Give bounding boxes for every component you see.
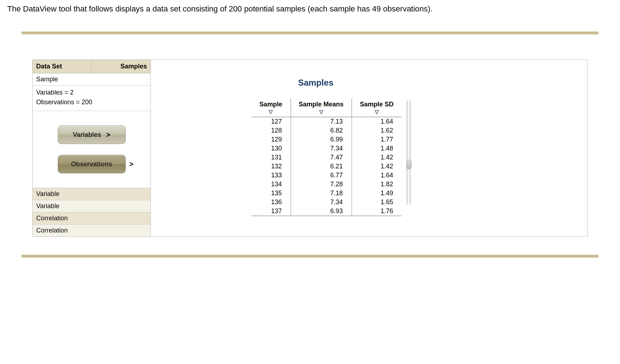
sample-label: Sample (33, 73, 151, 86)
table-row[interactable]: 1307.341.48 (251, 144, 402, 153)
chevron-right-icon: > (129, 160, 134, 168)
panel-title: Samples (244, 78, 387, 88)
cell-sd: 1.64 (352, 171, 402, 180)
info-block: Variables = 2 Observations = 200 (33, 86, 151, 111)
cell-sample: 134 (251, 180, 291, 189)
cell-mean: 7.34 (291, 198, 352, 207)
observations-button[interactable]: Observations (58, 155, 126, 173)
table-row[interactable]: 1277.131.64 (251, 117, 402, 126)
tab-samples[interactable]: Samples (92, 60, 151, 73)
cell-sample: 129 (251, 135, 291, 144)
samples-table-wrap: Sample ▽ Sample Means ▽ Sample SD ▽ (251, 99, 573, 216)
table-row[interactable]: 1347.281.82 (251, 180, 402, 189)
table-scrollbar[interactable] (407, 101, 410, 205)
col-header-sd[interactable]: Sample SD ▽ (352, 99, 402, 117)
list-item[interactable]: Correlation (33, 212, 151, 224)
main-panel: Samples Sample ▽ Sample Means ▽ (151, 60, 587, 236)
sidebar-bottom-list: Variable Variable Correlation Correlatio… (33, 188, 151, 236)
cell-sd: 1.48 (352, 144, 402, 153)
observations-button-label: Observations (71, 161, 112, 168)
table-row[interactable]: 1286.821.62 (251, 126, 402, 135)
cell-sample: 136 (251, 198, 291, 207)
variables-button-label: Variables (73, 131, 101, 139)
observations-count: Observations = 200 (36, 97, 147, 107)
col-header-sample[interactable]: Sample ▽ (251, 99, 291, 117)
table-row[interactable]: 1296.991.77 (251, 135, 402, 144)
table-row[interactable]: 1317.471.42 (251, 153, 402, 162)
sort-down-icon: ▽ (298, 109, 344, 115)
list-item[interactable]: Variable (33, 200, 151, 212)
cell-sd: 1.77 (352, 135, 402, 144)
table-row[interactable]: 1376.931.76 (251, 207, 402, 216)
divider-bottom (22, 255, 598, 258)
table-row[interactable]: 1357.181.49 (251, 189, 402, 198)
cell-mean: 7.18 (291, 189, 352, 198)
cell-mean: 7.13 (291, 117, 352, 126)
cell-sample: 137 (251, 207, 291, 216)
chevron-right-icon: > (106, 131, 110, 139)
cell-sd: 1.76 (352, 207, 402, 216)
sidebar: Data Set Samples Sample Variables = 2 Ob… (33, 60, 151, 236)
cell-sd: 1.49 (352, 189, 402, 198)
scroll-thumb[interactable] (406, 160, 411, 169)
col-header-means-label: Sample Means (299, 101, 343, 108)
cell-sd: 1.62 (352, 126, 402, 135)
variables-button[interactable]: Variables > (58, 125, 126, 144)
cell-sample: 132 (251, 162, 291, 171)
sidebar-buttons: Variables > Observations > (33, 111, 151, 188)
cell-sample: 133 (251, 171, 291, 180)
cell-sd: 1.42 (352, 162, 402, 171)
col-header-sd-label: Sample SD (360, 101, 394, 108)
cell-sample: 128 (251, 126, 291, 135)
cell-sample: 131 (251, 153, 291, 162)
cell-mean: 7.47 (291, 153, 352, 162)
table-row[interactable]: 1336.771.64 (251, 171, 402, 180)
samples-table-body: 1277.131.641286.821.621296.991.771307.34… (251, 117, 402, 216)
list-item[interactable]: Variable (33, 188, 151, 200)
tab-dataset[interactable]: Data Set (33, 60, 92, 73)
cell-mean: 6.77 (291, 171, 352, 180)
variables-count: Variables = 2 (36, 88, 147, 97)
table-row[interactable]: 1326.211.42 (251, 162, 402, 171)
sort-down-icon: ▽ (359, 109, 395, 115)
cell-mean: 6.99 (291, 135, 352, 144)
divider-top (22, 32, 598, 34)
cell-mean: 6.82 (291, 126, 352, 135)
cell-sample: 135 (251, 189, 291, 198)
cell-mean: 7.28 (291, 180, 352, 189)
cell-mean: 6.93 (291, 207, 352, 216)
col-header-means[interactable]: Sample Means ▽ (291, 99, 352, 117)
sort-down-icon: ▽ (258, 109, 283, 115)
table-row[interactable]: 1367.341.65 (251, 198, 402, 207)
cell-sd: 1.65 (352, 198, 402, 207)
cell-sample: 130 (251, 144, 291, 153)
sidebar-tabs: Data Set Samples (33, 60, 151, 73)
cell-mean: 6.21 (291, 162, 352, 171)
cell-sd: 1.42 (352, 153, 402, 162)
intro-text: The DataView tool that follows displays … (7, 4, 613, 14)
list-item[interactable]: Correlation (33, 224, 151, 236)
samples-table: Sample ▽ Sample Means ▽ Sample SD ▽ (251, 99, 402, 216)
dataview-tool: Data Set Samples Sample Variables = 2 Ob… (32, 59, 588, 237)
cell-sample: 127 (251, 117, 291, 126)
cell-mean: 7.34 (291, 144, 352, 153)
cell-sd: 1.82 (352, 180, 402, 189)
col-header-sample-label: Sample (259, 101, 282, 108)
cell-sd: 1.64 (352, 117, 402, 126)
